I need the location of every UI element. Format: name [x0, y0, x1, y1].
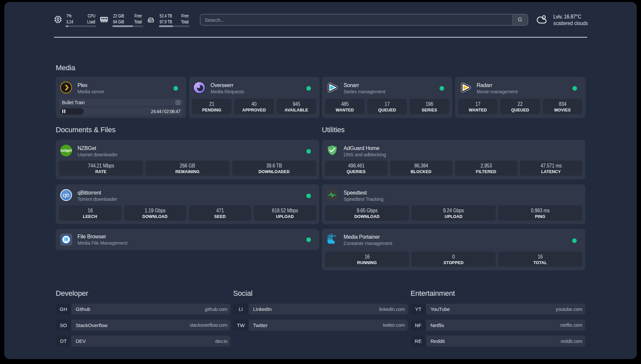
svg-text:nzbget: nzbget — [61, 148, 72, 152]
svg-text:qb: qb — [63, 192, 69, 198]
